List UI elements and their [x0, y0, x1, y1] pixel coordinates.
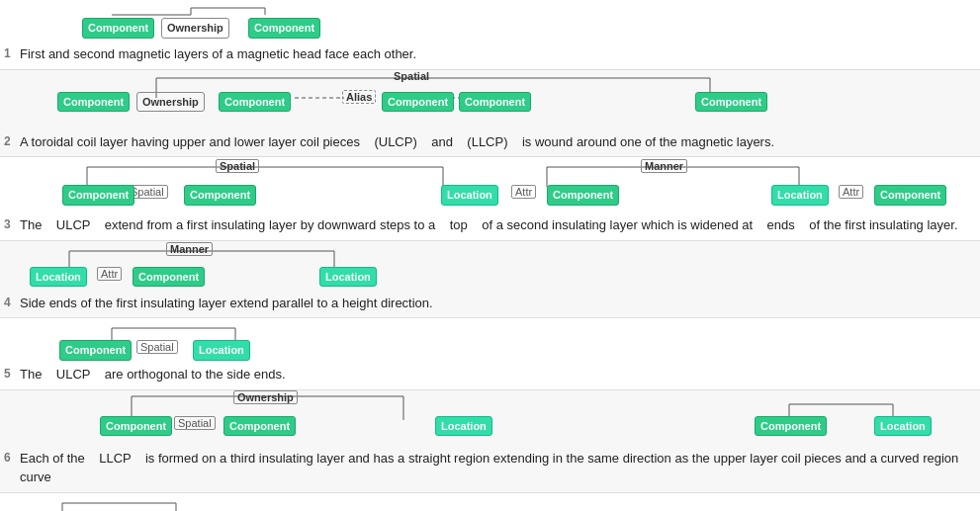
- tag-component-1a: Component: [82, 18, 154, 39]
- row-num-6: 6: [4, 449, 11, 467]
- label-manner-3: Manner: [641, 159, 687, 173]
- row-5: Component Spatial Location 5 The ULCP ar…: [0, 318, 980, 390]
- tag-component-2d: Component: [459, 92, 531, 113]
- row-num-3: 3: [4, 215, 11, 233]
- label-attr-3a: Attr: [511, 185, 536, 199]
- main-container: Component Ownership Component 1 First an…: [0, 0, 980, 511]
- sentence-6: 6 Each of the LLCP is formed on a third …: [0, 446, 980, 492]
- tag-component-6b: Component: [223, 416, 296, 437]
- tag-component-6c: Component: [755, 416, 827, 437]
- tag-location-5: Location: [193, 340, 250, 361]
- row-2-annotations: Spatial Alias Component Ownership Compon…: [8, 70, 977, 129]
- tag-component-4: Component: [133, 267, 205, 288]
- tag-location-6a: Location: [435, 416, 492, 437]
- row-1: Component Ownership Component 1 First an…: [0, 0, 980, 70]
- sentence-1: 1 First and second magnetic layers of a …: [0, 42, 980, 69]
- row-6: Ownership Component Spatial Component Lo…: [0, 390, 980, 493]
- tag-location-4b: Location: [319, 267, 377, 288]
- sentence-3: 3 The ULCP extend from a first insulatin…: [0, 213, 980, 240]
- label-alias-2: Alias: [342, 90, 376, 104]
- label-spatial-3: Spatial: [216, 159, 259, 173]
- tag-location-3b: Location: [771, 185, 829, 206]
- row-4: Manner Location Attr Component Location …: [0, 241, 980, 319]
- row-3-annotations: Spatial Manner Component Spatial Compone…: [8, 157, 977, 213]
- tag-location-6b: Location: [874, 416, 932, 437]
- label-spatial-2: Spatial: [394, 70, 429, 82]
- tag-ownership-1: Ownership: [161, 18, 229, 39]
- tag-location-3a: Location: [441, 185, 498, 206]
- row-6b-svg: [8, 493, 977, 512]
- sentence-4: 4 Side ends of the first insulating laye…: [0, 291, 980, 318]
- label-attr-4: Attr: [97, 267, 122, 281]
- tag-component-1b: Component: [248, 18, 320, 39]
- tag-component-5: Component: [59, 340, 132, 361]
- label-spatial-6: Spatial: [174, 416, 216, 430]
- row-num-1: 1: [4, 44, 11, 62]
- row-1-annotations: Component Ownership Component: [8, 0, 977, 42]
- tag-component-2e: Component: [695, 92, 767, 113]
- sentence-2: 2 A toroidal coil layer having upper and…: [0, 129, 980, 157]
- tag-component-3a: Component: [62, 185, 134, 206]
- label-spatial-5: Spatial: [136, 340, 178, 354]
- row-2: Spatial Alias Component Ownership Compon…: [0, 70, 980, 158]
- label-ownership-6: Ownership: [233, 390, 298, 404]
- label-attr-3b: Attr: [839, 185, 863, 199]
- tag-component-3d: Component: [874, 185, 946, 206]
- label-manner-4: Manner: [166, 242, 213, 256]
- row-6b: Location Attr Location end in the track …: [0, 493, 980, 512]
- tag-component-2b: Component: [219, 92, 291, 113]
- tag-component-3c: Component: [547, 185, 619, 206]
- sentence-5: 5 The ULCP are orthogonal to the side en…: [0, 362, 980, 389]
- row-4-annotations: Manner Location Attr Component Location: [8, 241, 977, 291]
- tag-component-2c: Component: [382, 92, 454, 113]
- tag-ownership-2: Ownership: [136, 92, 205, 113]
- tag-component-2a: Component: [57, 92, 130, 113]
- row-num-5: 5: [4, 365, 11, 383]
- tag-location-4a: Location: [30, 267, 87, 288]
- row-3: Spatial Manner Component Spatial Compone…: [0, 157, 980, 241]
- tag-component-6a: Component: [100, 416, 172, 437]
- row-num-4: 4: [4, 294, 11, 311]
- row-6b-annotations: Location Attr Location: [8, 493, 977, 512]
- tag-component-3b: Component: [184, 185, 256, 206]
- row-6-annotations: Ownership Component Spatial Component Lo…: [8, 390, 977, 446]
- row-num-2: 2: [4, 132, 11, 150]
- row-5-annotations: Component Spatial Location: [8, 318, 977, 362]
